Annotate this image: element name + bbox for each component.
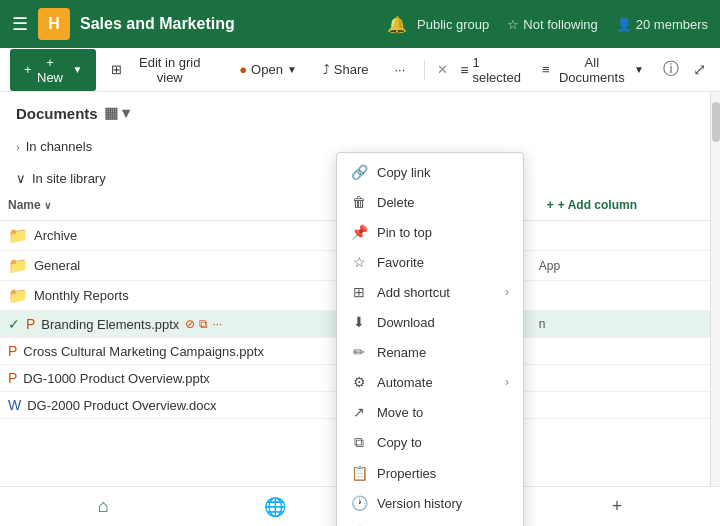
- all-documents-button[interactable]: ≡ All Documents ▼: [533, 49, 653, 91]
- globe-button[interactable]: 🌐: [248, 492, 302, 522]
- app-logo: H: [38, 8, 70, 40]
- copy-to-icon: ⧉: [351, 434, 367, 451]
- notifications-icon[interactable]: 🔔: [387, 15, 407, 34]
- modifier-name: n: [531, 311, 710, 338]
- file-name: DG-2000 Product Overview.docx: [27, 398, 216, 413]
- share-button[interactable]: ⤴ Share: [312, 56, 380, 83]
- close-selection-button[interactable]: ✕: [433, 58, 452, 81]
- in-channels-label: In channels: [26, 139, 93, 154]
- file-name: Archive: [34, 228, 77, 243]
- expand-button[interactable]: ⤢: [689, 56, 710, 83]
- add-nav-button[interactable]: +: [596, 492, 639, 521]
- menu-item-alert-me[interactable]: 🔔 Alert me: [337, 518, 523, 526]
- folder-icon: 📁: [8, 256, 28, 275]
- pptx-icon: P: [26, 316, 35, 332]
- scrollbar-track[interactable]: [710, 92, 720, 526]
- docx-icon: W: [8, 397, 21, 413]
- add-column-header[interactable]: + + Add column: [531, 190, 710, 221]
- menu-label-copy-to: Copy to: [377, 435, 422, 450]
- open-chevron-icon: ▼: [287, 64, 297, 75]
- toolbar-separator: [424, 60, 425, 80]
- context-menu: 🔗 Copy link 🗑 Delete 📌 Pin to top ☆ Favo…: [336, 152, 524, 526]
- edit-grid-view-button[interactable]: ⊞ Edit in grid view: [100, 49, 224, 91]
- menu-label-move-to: Move to: [377, 405, 423, 420]
- share-icon: ⤴: [323, 62, 330, 77]
- info-button[interactable]: ⓘ: [659, 55, 683, 84]
- group-name: Sales and Marketing: [80, 15, 377, 33]
- file-name: Monthly Reports: [34, 288, 129, 303]
- properties-icon: 📋: [351, 465, 367, 481]
- menu-label-favorite: Favorite: [377, 255, 424, 270]
- arrow-right-icon: ›: [505, 285, 509, 299]
- chevron-down-icon: ▼: [72, 64, 82, 75]
- docs-view-icon[interactable]: ▦ ▾: [104, 104, 130, 122]
- menu-label-delete: Delete: [377, 195, 415, 210]
- pin-icon: 📌: [351, 224, 367, 240]
- menu-label-copy-link: Copy link: [377, 165, 430, 180]
- menu-item-pin-to-top[interactable]: 📌 Pin to top: [337, 217, 523, 247]
- menu-item-copy-to[interactable]: ⧉ Copy to: [337, 427, 523, 458]
- menu-label-version-history: Version history: [377, 496, 462, 511]
- grid-icon: ⊞: [111, 62, 122, 77]
- menu-label-download: Download: [377, 315, 435, 330]
- menu-label-rename: Rename: [377, 345, 426, 360]
- open-button[interactable]: ● Open ▼: [228, 56, 308, 83]
- star-icon: ☆: [507, 17, 519, 32]
- public-group-text: Public group: [417, 17, 489, 32]
- selected-badge: ≡ 1 selected: [460, 55, 529, 85]
- menu-item-version-history[interactable]: 🕐 Version history: [337, 488, 523, 518]
- pptx-icon: P: [8, 343, 17, 359]
- scrollbar-thumb[interactable]: [712, 102, 720, 142]
- plus-col-icon: +: [547, 198, 554, 212]
- chevron-right-icon: ›: [16, 141, 20, 153]
- menu-item-delete[interactable]: 🗑 Delete: [337, 187, 523, 217]
- move-icon: ↗: [351, 404, 367, 420]
- more-file-icon[interactable]: ···: [212, 317, 222, 331]
- copy-icon: ⧉: [199, 317, 208, 331]
- menu-item-automate[interactable]: ⚙ Automate ›: [337, 367, 523, 397]
- all-docs-chevron-icon: ▼: [634, 64, 644, 75]
- not-following-btn[interactable]: ☆ Not following: [507, 17, 597, 32]
- new-button[interactable]: + + New ▼: [10, 49, 96, 91]
- toolbar-right: ≡ All Documents ▼ ⓘ ⤢: [533, 49, 710, 91]
- public-group-label: Public group: [417, 17, 489, 32]
- home-button[interactable]: ⌂: [82, 492, 125, 521]
- menu-item-rename[interactable]: ✏ Rename: [337, 337, 523, 367]
- menu-item-download[interactable]: ⬇ Download: [337, 307, 523, 337]
- delete-icon: 🗑: [351, 194, 367, 210]
- plus-icon: +: [24, 62, 32, 77]
- menu-item-favorite[interactable]: ☆ Favorite: [337, 247, 523, 277]
- more-button[interactable]: ···: [383, 56, 416, 83]
- file-name: Cross Cultural Marketing Campaigns.pptx: [23, 344, 264, 359]
- folder-icon: 📁: [8, 226, 28, 245]
- file-name: General: [34, 258, 80, 273]
- arrow-right-icon: ›: [505, 375, 509, 389]
- menu-label-automate: Automate: [377, 375, 433, 390]
- content-area: Documents ▦ ▾ › In channels ∨ In site li…: [0, 92, 720, 526]
- pptx-icon: P: [8, 370, 17, 386]
- toolbar: + + New ▼ ⊞ Edit in grid view ● Open ▼ ⤴…: [0, 48, 720, 92]
- rename-icon: ✏: [351, 344, 367, 360]
- chevron-down-section-icon: ∨: [16, 171, 26, 186]
- link-icon: 🔗: [351, 164, 367, 180]
- menu-item-copy-link[interactable]: 🔗 Copy link: [337, 157, 523, 187]
- open-icon: ●: [239, 62, 247, 77]
- person-icon: 👤: [616, 17, 632, 32]
- top-nav: ☰ H Sales and Marketing 🔔 Public group ☆…: [0, 0, 720, 48]
- menu-item-properties[interactable]: 📋 Properties: [337, 458, 523, 488]
- automate-icon: ⚙: [351, 374, 367, 390]
- menu-label-pin-to-top: Pin to top: [377, 225, 432, 240]
- members-btn[interactable]: 👤 20 members: [616, 17, 708, 32]
- documents-header: Documents ▦ ▾: [0, 100, 710, 130]
- modifier-name: App: [531, 251, 710, 281]
- filter-icon: ≡: [542, 62, 550, 77]
- selected-lines-icon: ≡: [460, 62, 468, 78]
- menu-item-move-to[interactable]: ↗ Move to: [337, 397, 523, 427]
- menu-item-add-shortcut[interactable]: ⊞ Add shortcut ›: [337, 277, 523, 307]
- menu-label-properties: Properties: [377, 466, 436, 481]
- add-column-button[interactable]: + + Add column: [539, 194, 702, 216]
- error-icon: ⊘: [185, 317, 195, 331]
- history-icon: 🕐: [351, 495, 367, 511]
- file-name: DG-1000 Product Overview.pptx: [23, 371, 209, 386]
- hamburger-icon[interactable]: ☰: [12, 13, 28, 35]
